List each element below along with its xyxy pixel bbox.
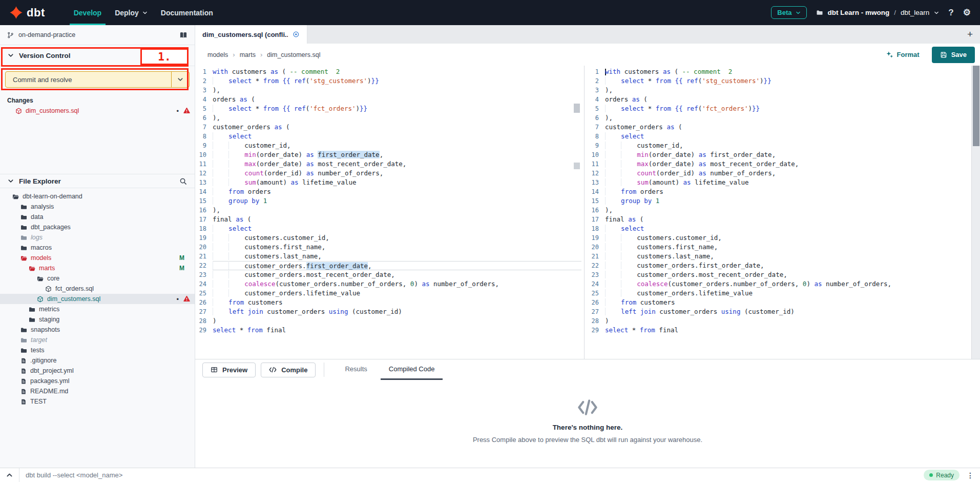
new-tab-button[interactable]: + [960,29,980,40]
breadcrumb-models[interactable]: models [207,51,228,58]
code-line-29: 29select * from final [588,326,971,335]
chevron-down-icon [8,178,14,184]
file-explorer-header[interactable]: File Explorer [0,174,195,188]
kebab-menu-icon[interactable]: ⋮ [967,471,974,479]
ready-dot-icon [929,473,933,477]
preview-button[interactable]: Preview [202,363,256,377]
project-name: dbt Learn - mwong [828,9,890,16]
editor-tab-bar: dim_customers.sql (confli... + [195,25,980,44]
pane-divider[interactable] [581,66,588,359]
breadcrumb-marts[interactable]: marts [240,51,256,58]
nav-develop[interactable]: Develop [74,0,101,25]
editor-scrollbar[interactable] [971,66,980,359]
settings-gear-icon[interactable]: ⚙ [963,7,971,18]
code-line-7: 7customer_orders as ( [195,123,581,132]
code-line-19: 19 customers.customer_id, [195,233,581,243]
tree-item-.gitignore[interactable]: .gitignore [0,355,195,366]
tree-item-macros[interactable]: macros [0,243,195,253]
scrollbar-thumb[interactable] [973,66,979,146]
tree-item-snapshots[interactable]: snapshots [0,325,195,335]
tree-item-logs[interactable]: logs [0,232,195,243]
command-input[interactable] [26,471,924,479]
model-cube-icon [45,286,52,292]
changes-section-title: Changes [0,94,195,105]
nav-documentation[interactable]: Documentation [161,0,213,25]
table-icon [211,366,218,373]
editor-pane-left[interactable]: 1with customers as ( -- comment 22 selec… [195,66,581,359]
tree-item-analysis[interactable]: analysis [0,202,195,212]
code-line-27: 27 left join customer_orders using (cust… [588,307,971,316]
code-line-4: 4orders as ( [588,95,971,104]
folder-icon [20,245,27,251]
tree-item-core[interactable]: core [0,273,195,284]
branch-row[interactable]: on-demand-practice [0,25,195,45]
commit-and-resolve-button[interactable]: Commit and resolve [5,71,190,88]
changed-file-dim-customers[interactable]: dim_customers.sql • [0,105,195,116]
tree-item-packages.yml[interactable]: packages.yml [0,376,195,386]
folder-icon [20,204,27,210]
tree-item-staging[interactable]: staging [0,314,195,325]
chevron-up-icon[interactable] [6,472,13,478]
git-branch-icon [7,32,14,38]
tree-item-README.md[interactable]: README.md [0,386,195,396]
code-line-29: 29select * from final [195,326,581,335]
tree-item-fct_orders.sql[interactable]: fct_orders.sql [0,284,195,294]
path-separator: / [894,9,896,16]
code-line-21: 21 customers.last_name, [588,252,971,261]
save-button[interactable]: Save [932,47,975,63]
tree-item-metrics[interactable]: metrics [0,304,195,314]
code-line-3: 3), [588,86,971,95]
code-line-11: 11 max(order_date) as most_recent_order_… [588,159,971,169]
commit-options-dropdown[interactable] [172,76,189,83]
tree-item-dbt-learn-on-demand[interactable]: dbt-learn-on-demand [0,191,195,202]
compile-button[interactable]: Compile [261,363,316,377]
code-line-23: 23 customer_orders.most_recent_order_dat… [588,270,971,279]
tab-dim-customers[interactable]: dim_customers.sql (confli... [195,25,307,44]
tab-title: dim_customers.sql (confli... [202,31,288,38]
code-line-18: 18 select [195,224,581,233]
tab-compiled-code[interactable]: Compiled Code [381,359,443,380]
breadcrumb-file[interactable]: dim_customers.sql [267,51,320,58]
code-line-24: 24 coalesce(customer_orders.number_of_or… [195,279,581,289]
nav-deploy[interactable]: Deploy [115,0,148,25]
breadcrumb: models › marts › dim_customers.sql [207,51,320,58]
tree-item-marts[interactable]: martsM [0,263,195,273]
chevron-down-icon [177,76,183,83]
tree-item-models[interactable]: modelsM [0,253,195,263]
code-line-23: 23 customer_orders.most_recent_order_dat… [195,270,581,279]
tree-item-dim_customers.sql[interactable]: dim_customers.sql• [0,294,195,304]
chevron-down-icon [796,10,801,15]
save-floppy-icon [940,51,947,58]
version-control-header[interactable]: Version Control [0,45,195,66]
tree-item-tests[interactable]: tests [0,345,195,355]
tree-item-data[interactable]: data [0,212,195,222]
tab-results[interactable]: Results [337,359,375,380]
project-selector[interactable]: dbt Learn - mwong / dbt_learn [816,9,940,16]
tree-item-dbt_packages[interactable]: dbt_packages [0,222,195,232]
model-cube-icon [15,108,22,114]
code-line-10: 10 min(order_date) as first_order_date, [588,150,971,159]
folder-open-icon [37,275,44,282]
tree-item-dbt_project.yml[interactable]: dbt_project.yml [0,366,195,376]
search-icon[interactable] [179,177,187,185]
folder-icon [816,9,823,16]
git-modified-badge: M [179,254,184,262]
dbt-logo-icon [9,6,23,19]
beta-dropdown[interactable]: Beta [771,6,806,19]
code-brackets-icon [577,398,598,416]
docs-book-icon[interactable] [179,31,187,39]
code-line-26: 26 from customers [195,298,581,307]
tree-item-target[interactable]: target [0,335,195,345]
dbt-logo[interactable]: dbt [9,6,45,19]
scroll-marker [574,163,580,169]
help-icon[interactable]: ? [948,8,953,18]
code-line-12: 12 count(order_id) as number_of_orders, [588,169,971,178]
empty-state-title: There's nothing here. [553,424,623,431]
editor-pane-right[interactable]: 1with customers as ( -- comment 22 selec… [588,66,971,359]
format-button[interactable]: Format [886,51,920,58]
command-bar: Ready ⋮ [0,468,980,482]
code-line-2: 2 select * from {{ ref('stg_customers')}… [588,76,971,86]
file-icon [20,378,27,385]
model-cube-icon [37,296,44,303]
tree-item-TEST[interactable]: TEST [0,396,195,407]
